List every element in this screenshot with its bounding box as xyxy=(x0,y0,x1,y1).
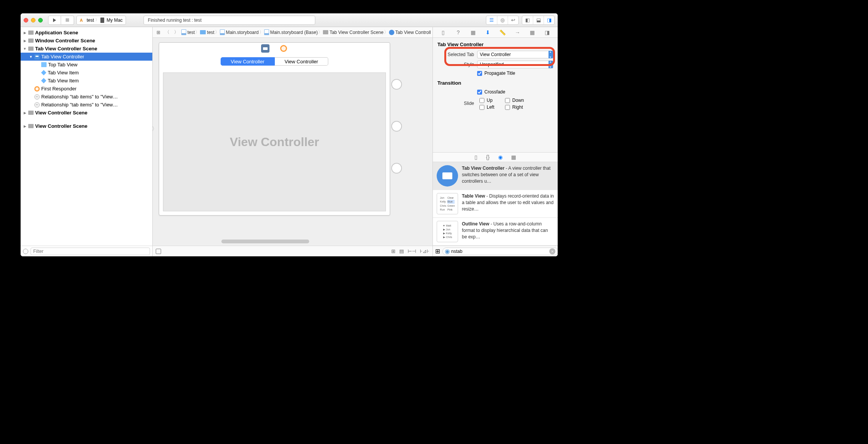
tab-2[interactable]: View Controller xyxy=(275,57,329,66)
media-library-icon[interactable]: ▦ xyxy=(511,154,516,160)
file-template-icon[interactable]: ▯ xyxy=(474,154,478,160)
row-label: Tab View Controller xyxy=(41,54,84,60)
slide-left-checkbox[interactable]: Left xyxy=(479,105,494,110)
outline-row[interactable]: Tab View Item xyxy=(21,69,152,77)
slide-up-checkbox[interactable]: Up xyxy=(479,98,494,103)
assistant-editor-icon[interactable]: ◎ xyxy=(497,16,508,24)
breadcrumb[interactable]: Tab View Controller xyxy=(389,30,431,35)
outline-row[interactable]: ▶View Controller Scene xyxy=(21,122,152,130)
embed-icon[interactable]: ▤ xyxy=(399,248,404,254)
close-button[interactable] xyxy=(24,18,28,23)
minimize-button[interactable] xyxy=(31,18,35,23)
forward-button[interactable]: 〉 xyxy=(172,29,181,35)
segue-connector[interactable] xyxy=(391,121,402,132)
outline-row[interactable]: Top Tab View xyxy=(21,61,152,69)
crossfade-checkbox[interactable]: Crossfade xyxy=(477,89,505,95)
breadcrumb[interactable]: Tab View Controller Scene xyxy=(323,30,383,35)
chevron-right-icon: 〉 xyxy=(195,29,200,35)
outline-row[interactable]: ▶View Controller Scene xyxy=(21,109,152,117)
maximize-button[interactable] xyxy=(38,18,43,23)
standard-editor-icon[interactable]: ☰ xyxy=(486,16,497,24)
slide-down-checkbox[interactable]: Down xyxy=(505,98,524,103)
effects-inspector-icon[interactable]: ◨ xyxy=(543,29,552,35)
editor-mode-segment[interactable]: ☰ ◎ ↩ xyxy=(486,16,519,25)
code-snippet-icon[interactable]: {} xyxy=(486,154,489,160)
segue-connector[interactable] xyxy=(391,79,402,90)
identity-inspector-icon[interactable]: ▦ xyxy=(468,29,478,35)
segue-connector[interactable] xyxy=(391,163,402,174)
outline-row[interactable]: ▼Tab View Controller xyxy=(21,53,152,61)
disclosure-icon[interactable]: ▶ xyxy=(23,39,27,43)
filter-input[interactable] xyxy=(31,248,150,255)
connections-inspector-icon[interactable]: → xyxy=(513,29,522,35)
stepper-icon xyxy=(549,61,553,68)
scheme-selector[interactable]: test 〉 My Mac xyxy=(76,16,126,25)
clear-search-button[interactable]: × xyxy=(549,248,555,254)
outline-row[interactable]: Relationship "tab items" to "View… xyxy=(21,101,152,109)
help-inspector-icon[interactable]: ? xyxy=(453,29,463,35)
outline-row[interactable]: ▶Application Scene xyxy=(21,29,152,37)
propagate-title-checkbox[interactable]: Propagate Title xyxy=(477,71,515,76)
storyboard-canvas[interactable]: 〉 View Controller View Controller View C… xyxy=(153,38,432,246)
right-panel-icon[interactable]: ◨ xyxy=(544,16,554,24)
stop-button[interactable] xyxy=(61,16,74,25)
library-item[interactable]: JonClearKellyBlueChrisGreenRonPinkTable … xyxy=(433,190,558,218)
pin-icon[interactable]: ⊦⊿⊦ xyxy=(420,248,429,254)
left-panel-icon[interactable]: ◧ xyxy=(522,16,533,24)
cube-icon xyxy=(41,78,47,84)
first-responder-dock-icon[interactable] xyxy=(279,44,288,53)
run-button[interactable] xyxy=(48,16,61,25)
breadcrumb[interactable]: test xyxy=(200,30,214,35)
tab-1[interactable]: View Controller xyxy=(221,57,275,66)
style-popup[interactable]: Unspecified xyxy=(477,61,553,68)
outline-row[interactable]: ▼Tab View Controller Scene xyxy=(21,45,152,53)
breadcrumb[interactable]: Main.storyboard (Base) xyxy=(264,29,318,35)
document-outline[interactable]: ▶Application Scene▶Window Controller Sce… xyxy=(21,27,152,246)
object-library-icon[interactable]: ◉ xyxy=(498,154,503,160)
version-editor-icon[interactable]: ↩ xyxy=(508,16,518,24)
disclosure-icon[interactable]: ▶ xyxy=(23,124,27,128)
bottom-panel-icon[interactable]: ⬓ xyxy=(533,16,544,24)
vc-dock-icon[interactable] xyxy=(261,44,269,53)
scene-icon xyxy=(323,30,328,34)
library-search-input[interactable] xyxy=(442,248,558,255)
tab-view-controller-scene[interactable]: 〉 View Controller View Controller View C… xyxy=(159,42,390,216)
library-item-icon xyxy=(437,165,458,187)
outline-row[interactable]: Relationship "tab items" to "View… xyxy=(21,93,152,101)
outline-toggle-icon[interactable] xyxy=(156,249,161,254)
library-item[interactable]: ▼ Matt ▶ Jon ▶ Kelly ▶ ChrisOutline View… xyxy=(433,218,558,246)
disclosure-icon[interactable]: ▼ xyxy=(23,47,27,51)
jump-bar[interactable]: ⊞ 〈 〉 test〉test〉Main.storyboard〉Main.sto… xyxy=(153,27,432,38)
attributes-inspector-icon[interactable]: ⬇ xyxy=(483,29,492,35)
grid-toggle-icon[interactable]: ⊞ xyxy=(435,248,440,255)
align-icon[interactable]: ⊢⊣ xyxy=(408,248,416,254)
disclosure-icon[interactable]: ▶ xyxy=(23,31,27,35)
inspector-tabs[interactable]: ▯ ? ▦ ⬇ 📏 → ▦ ◨ xyxy=(433,27,558,38)
related-items-icon[interactable]: ⊞ xyxy=(154,30,163,35)
outline-row[interactable]: First Responder xyxy=(21,85,152,93)
bindings-inspector-icon[interactable]: ▦ xyxy=(528,29,537,35)
slide-right-checkbox[interactable]: Right xyxy=(505,105,524,110)
library-tabs[interactable]: ▯ {} ◉ ▦ xyxy=(433,152,558,162)
library-item[interactable]: Tab View Controller - A view controller … xyxy=(433,162,558,190)
transition-title: Transition xyxy=(433,79,558,88)
breadcrumb[interactable]: test xyxy=(181,29,195,35)
outline-row[interactable]: Tab View Item xyxy=(21,77,152,85)
outline-row[interactable]: ▶Window Controller Scene xyxy=(21,37,152,45)
row-label: Tab View Item xyxy=(48,70,79,76)
horizontal-scrollbar[interactable] xyxy=(221,240,309,243)
object-library-list[interactable]: Tab View Controller - A view controller … xyxy=(433,162,558,246)
navigator: ▶Application Scene▶Window Controller Sce… xyxy=(21,27,153,256)
row-label: Window Controller Scene xyxy=(35,38,95,43)
file-inspector-icon[interactable]: ▯ xyxy=(439,29,448,35)
library-item-icon: ▼ Matt ▶ Jon ▶ Kelly ▶ Chris xyxy=(437,221,458,242)
selected-tab-popup[interactable]: View Controller xyxy=(477,51,553,58)
disclosure-icon[interactable]: ▼ xyxy=(29,55,33,59)
back-button[interactable]: 〈 xyxy=(163,29,172,35)
update-frames-icon[interactable]: ⊞ xyxy=(391,248,395,254)
size-inspector-icon[interactable]: 📏 xyxy=(498,29,507,35)
breadcrumb[interactable]: Main.storyboard xyxy=(220,29,259,35)
panel-toggle-segment[interactable]: ◧ ⬓ ◨ xyxy=(522,16,555,25)
disclosure-icon[interactable]: ▶ xyxy=(23,111,27,115)
chevron-right-icon: 〉 xyxy=(215,29,219,35)
